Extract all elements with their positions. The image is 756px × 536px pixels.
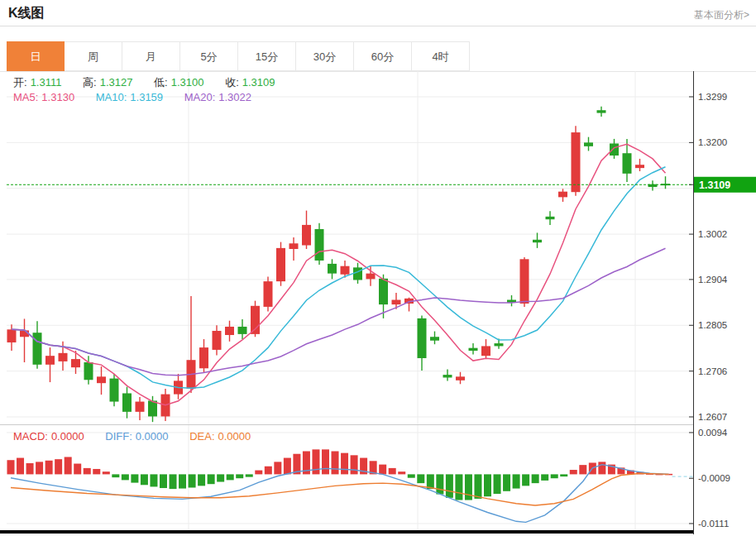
macd-bar <box>170 474 177 489</box>
kline-page: K线图 基本面分析> 日 周 月 5分 15分 30分 60分 4时 0.009… <box>0 0 756 536</box>
candle <box>366 274 376 280</box>
macd-axis-label: 0.0094 <box>698 428 728 438</box>
candle <box>341 266 350 275</box>
candle <box>353 267 362 280</box>
macd-bar <box>579 465 586 474</box>
macd-bar <box>474 474 481 499</box>
macd-bar <box>189 474 196 487</box>
candle <box>481 346 490 356</box>
ma10-line <box>12 167 666 389</box>
macd-bar <box>122 474 129 480</box>
macd-axis-label: -0.0009 <box>698 473 730 483</box>
grid-lines <box>0 71 756 530</box>
macd-axis-label: -0.0111 <box>698 519 729 529</box>
candle <box>289 243 299 249</box>
price-axis-label: 1.2607 <box>698 412 727 422</box>
candle <box>238 327 247 334</box>
macd-bar <box>74 464 81 475</box>
candle <box>558 192 567 198</box>
macd-bar <box>446 474 453 497</box>
macd-bar <box>160 474 167 488</box>
macd-bar <box>503 474 510 491</box>
ma20-line <box>12 248 666 376</box>
macd-bar <box>246 474 253 476</box>
candle <box>610 143 619 156</box>
candle <box>520 259 529 304</box>
candle <box>136 402 145 412</box>
price-axis-label: 1.2706 <box>698 366 727 376</box>
macd-bar <box>84 468 91 475</box>
price-axis-label: 1.3200 <box>698 137 727 147</box>
macd-bar <box>26 463 34 474</box>
macd-bar <box>265 467 272 475</box>
macd-bar <box>522 474 529 486</box>
macd-bar <box>332 451 339 474</box>
macd-bar <box>112 474 119 477</box>
candle <box>122 393 132 411</box>
candle <box>328 264 337 274</box>
candle <box>276 248 285 281</box>
candle <box>97 376 106 383</box>
macd-bar <box>55 459 62 474</box>
candle <box>110 379 119 402</box>
candle <box>443 375 452 377</box>
candle <box>199 347 208 368</box>
macd-bar <box>560 474 567 476</box>
macd-bar <box>494 474 501 494</box>
macd-bar <box>179 474 186 488</box>
price-axis-label: 1.2805 <box>698 320 727 330</box>
candle <box>33 333 42 365</box>
macd-bar <box>322 449 329 474</box>
macd-bar <box>7 460 15 474</box>
ma-lines <box>7 144 693 405</box>
macd-bar <box>465 474 472 500</box>
current-price-tag-text: 1.3109 <box>699 179 730 191</box>
macd-bar <box>389 468 396 475</box>
candle <box>495 343 504 346</box>
candle <box>225 327 234 335</box>
macd-bar <box>455 474 462 500</box>
macd-bar <box>484 474 491 496</box>
candle <box>584 142 593 146</box>
macd-bar <box>598 462 605 474</box>
macd-pane: 0.0094-0.0009-0.0111 <box>7 428 730 529</box>
macd-bar <box>217 474 224 481</box>
macd-bar <box>236 474 243 478</box>
kline-chart-canvas[interactable]: 0.0094-0.0009-0.0111 1.31091.32991.32001… <box>0 0 756 536</box>
macd-bar <box>312 449 319 474</box>
bottom-axis <box>0 530 693 534</box>
candle <box>392 300 401 305</box>
macd-bar <box>551 474 558 478</box>
candle <box>572 132 581 192</box>
macd-bar <box>65 457 72 474</box>
macd-bar <box>417 474 424 483</box>
macd-bar <box>45 461 53 475</box>
macd-bar <box>351 455 358 474</box>
candle <box>456 376 465 380</box>
macd-bar <box>408 474 415 477</box>
candles-layer <box>7 107 671 422</box>
macd-bar <box>17 458 24 475</box>
macd-bar <box>570 470 577 474</box>
candle <box>430 337 439 340</box>
macd-bar <box>379 465 386 475</box>
macd-bar <box>227 474 234 480</box>
candle <box>469 348 478 351</box>
candle <box>84 362 93 380</box>
macd-bar <box>532 474 539 483</box>
candle <box>597 110 606 112</box>
candle <box>302 225 311 246</box>
candle <box>418 318 427 358</box>
candle <box>379 279 388 304</box>
macd-bar <box>513 474 520 488</box>
macd-bar <box>436 474 443 494</box>
candle <box>264 281 273 307</box>
macd-bar <box>131 474 138 482</box>
candle <box>45 356 55 365</box>
candle <box>546 217 555 219</box>
price-axis-label: 1.3299 <box>698 92 727 102</box>
macd-bar <box>398 471 405 474</box>
macd-bar <box>284 458 291 475</box>
price-axis-label: 1.3002 <box>698 229 727 239</box>
price-axis-label: 1.2904 <box>698 275 728 285</box>
